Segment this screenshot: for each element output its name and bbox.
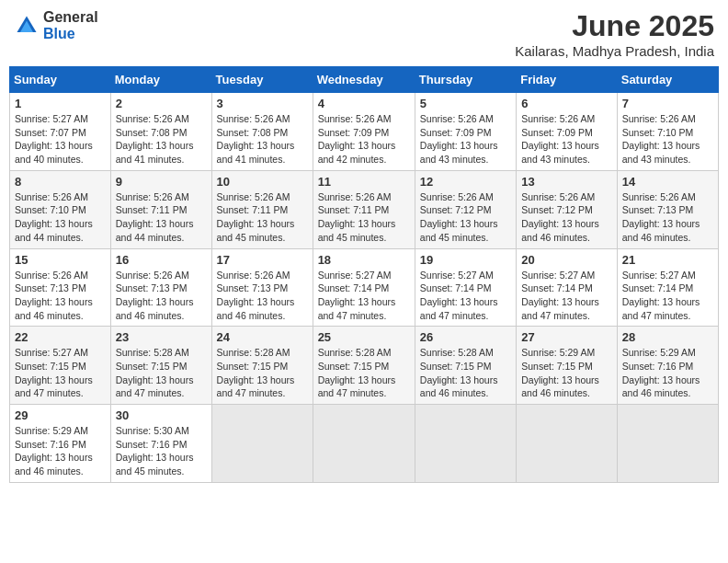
day-info: Sunrise: 5:26 AMSunset: 7:09 PMDaylight:… xyxy=(521,112,612,167)
day-info: Sunrise: 5:28 AMSunset: 7:15 PMDaylight:… xyxy=(318,346,410,400)
day-number: 20 xyxy=(521,253,612,267)
table-row: 18Sunrise: 5:27 AMSunset: 7:14 PMDayligh… xyxy=(313,248,415,327)
day-number: 3 xyxy=(217,97,308,110)
table-row: 22Sunrise: 5:27 AMSunset: 7:15 PMDayligh… xyxy=(10,327,111,405)
day-number: 12 xyxy=(420,175,511,189)
col-tuesday: Tuesday xyxy=(211,67,313,93)
table-row: 13Sunrise: 5:26 AMSunset: 7:12 PMDayligh… xyxy=(517,170,618,248)
table-row: 20Sunrise: 5:27 AMSunset: 7:14 PMDayligh… xyxy=(517,248,618,327)
day-number: 11 xyxy=(318,175,410,189)
title-area: June 2025 Kailaras, Madhya Pradesh, Indi… xyxy=(515,9,714,59)
table-row: 8Sunrise: 5:26 AMSunset: 7:10 PMDaylight… xyxy=(10,170,111,248)
day-info: Sunrise: 5:26 AMSunset: 7:09 PMDaylight:… xyxy=(420,112,511,167)
day-info: Sunrise: 5:28 AMSunset: 7:15 PMDaylight:… xyxy=(116,346,207,400)
table-row xyxy=(617,405,718,483)
logo-text: General Blue xyxy=(43,9,98,41)
day-number: 1 xyxy=(15,97,106,110)
table-row: 10Sunrise: 5:26 AMSunset: 7:11 PMDayligh… xyxy=(211,170,313,248)
day-info: Sunrise: 5:26 AMSunset: 7:08 PMDaylight:… xyxy=(116,112,207,167)
table-row: 19Sunrise: 5:27 AMSunset: 7:14 PMDayligh… xyxy=(415,248,516,327)
day-number: 29 xyxy=(15,408,106,422)
col-thursday: Thursday xyxy=(415,67,516,93)
day-number: 10 xyxy=(217,175,308,189)
col-wednesday: Wednesday xyxy=(313,67,415,93)
calendar-week-row: 1Sunrise: 5:27 AMSunset: 7:07 PMDaylight… xyxy=(10,93,719,171)
day-number: 6 xyxy=(521,97,612,110)
calendar-week-row: 15Sunrise: 5:26 AMSunset: 7:13 PMDayligh… xyxy=(10,248,719,327)
day-number: 25 xyxy=(318,330,410,344)
table-row: 6Sunrise: 5:26 AMSunset: 7:09 PMDaylight… xyxy=(517,93,618,171)
day-info: Sunrise: 5:29 AMSunset: 7:16 PMDaylight:… xyxy=(15,424,106,478)
table-row: 15Sunrise: 5:26 AMSunset: 7:13 PMDayligh… xyxy=(10,248,111,327)
col-sunday: Sunday xyxy=(10,67,111,93)
page-header: General Blue June 2025 Kailaras, Madhya … xyxy=(9,9,719,59)
day-info: Sunrise: 5:26 AMSunset: 7:09 PMDaylight:… xyxy=(318,112,410,167)
day-info: Sunrise: 5:29 AMSunset: 7:15 PMDaylight:… xyxy=(521,346,612,400)
logo-blue-text: Blue xyxy=(43,26,98,42)
day-info: Sunrise: 5:27 AMSunset: 7:14 PMDaylight:… xyxy=(318,269,410,323)
table-row: 2Sunrise: 5:26 AMSunset: 7:08 PMDaylight… xyxy=(110,93,211,171)
table-row: 3Sunrise: 5:26 AMSunset: 7:08 PMDaylight… xyxy=(211,93,313,171)
logo: General Blue xyxy=(14,9,98,41)
table-row: 9Sunrise: 5:26 AMSunset: 7:11 PMDaylight… xyxy=(110,170,211,248)
table-row: 28Sunrise: 5:29 AMSunset: 7:16 PMDayligh… xyxy=(617,327,718,405)
calendar-week-row: 29Sunrise: 5:29 AMSunset: 7:16 PMDayligh… xyxy=(10,405,719,483)
calendar-header-row: Sunday Monday Tuesday Wednesday Thursday… xyxy=(10,67,719,93)
day-info: Sunrise: 5:27 AMSunset: 7:07 PMDaylight:… xyxy=(15,112,106,167)
table-row: 23Sunrise: 5:28 AMSunset: 7:15 PMDayligh… xyxy=(110,327,211,405)
month-title: June 2025 xyxy=(515,9,714,43)
table-row: 27Sunrise: 5:29 AMSunset: 7:15 PMDayligh… xyxy=(517,327,618,405)
day-info: Sunrise: 5:30 AMSunset: 7:16 PMDaylight:… xyxy=(116,424,207,478)
day-number: 24 xyxy=(217,330,308,344)
day-number: 2 xyxy=(116,97,207,110)
calendar-week-row: 22Sunrise: 5:27 AMSunset: 7:15 PMDayligh… xyxy=(10,327,719,405)
day-info: Sunrise: 5:29 AMSunset: 7:16 PMDaylight:… xyxy=(622,346,713,400)
table-row xyxy=(517,405,618,483)
table-row: 16Sunrise: 5:26 AMSunset: 7:13 PMDayligh… xyxy=(110,248,211,327)
table-row: 1Sunrise: 5:27 AMSunset: 7:07 PMDaylight… xyxy=(10,93,111,171)
day-info: Sunrise: 5:27 AMSunset: 7:15 PMDaylight:… xyxy=(15,346,106,400)
table-row: 14Sunrise: 5:26 AMSunset: 7:13 PMDayligh… xyxy=(617,170,718,248)
day-info: Sunrise: 5:26 AMSunset: 7:10 PMDaylight:… xyxy=(622,112,713,167)
logo-icon xyxy=(14,13,40,39)
table-row xyxy=(415,405,516,483)
day-info: Sunrise: 5:26 AMSunset: 7:11 PMDaylight:… xyxy=(318,190,410,245)
day-info: Sunrise: 5:27 AMSunset: 7:14 PMDaylight:… xyxy=(420,269,511,323)
calendar-table: Sunday Monday Tuesday Wednesday Thursday… xyxy=(9,66,719,483)
table-row: 21Sunrise: 5:27 AMSunset: 7:14 PMDayligh… xyxy=(617,248,718,327)
table-row: 26Sunrise: 5:28 AMSunset: 7:15 PMDayligh… xyxy=(415,327,516,405)
day-number: 7 xyxy=(622,97,713,110)
day-info: Sunrise: 5:26 AMSunset: 7:13 PMDaylight:… xyxy=(217,269,308,323)
table-row xyxy=(313,405,415,483)
day-info: Sunrise: 5:27 AMSunset: 7:14 PMDaylight:… xyxy=(622,269,713,323)
day-info: Sunrise: 5:27 AMSunset: 7:14 PMDaylight:… xyxy=(521,269,612,323)
table-row: 30Sunrise: 5:30 AMSunset: 7:16 PMDayligh… xyxy=(110,405,211,483)
table-row: 24Sunrise: 5:28 AMSunset: 7:15 PMDayligh… xyxy=(211,327,313,405)
day-number: 16 xyxy=(116,253,207,267)
day-number: 18 xyxy=(318,253,410,267)
logo-general-text: General xyxy=(43,9,98,26)
day-info: Sunrise: 5:26 AMSunset: 7:13 PMDaylight:… xyxy=(622,190,713,245)
day-info: Sunrise: 5:28 AMSunset: 7:15 PMDaylight:… xyxy=(217,346,308,400)
day-info: Sunrise: 5:28 AMSunset: 7:15 PMDaylight:… xyxy=(420,346,511,400)
col-saturday: Saturday xyxy=(617,67,718,93)
day-number: 13 xyxy=(521,175,612,189)
day-info: Sunrise: 5:26 AMSunset: 7:13 PMDaylight:… xyxy=(116,269,207,323)
col-monday: Monday xyxy=(110,67,211,93)
day-info: Sunrise: 5:26 AMSunset: 7:10 PMDaylight:… xyxy=(15,190,106,245)
day-number: 8 xyxy=(15,175,106,189)
day-number: 22 xyxy=(15,330,106,344)
day-number: 5 xyxy=(420,97,511,110)
day-number: 17 xyxy=(217,253,308,267)
table-row: 7Sunrise: 5:26 AMSunset: 7:10 PMDaylight… xyxy=(617,93,718,171)
table-row xyxy=(211,405,313,483)
day-number: 28 xyxy=(622,330,713,344)
day-info: Sunrise: 5:26 AMSunset: 7:12 PMDaylight:… xyxy=(521,190,612,245)
col-friday: Friday xyxy=(517,67,618,93)
day-info: Sunrise: 5:26 AMSunset: 7:11 PMDaylight:… xyxy=(217,190,308,245)
day-info: Sunrise: 5:26 AMSunset: 7:11 PMDaylight:… xyxy=(116,190,207,245)
day-number: 23 xyxy=(116,330,207,344)
day-number: 26 xyxy=(420,330,511,344)
table-row: 4Sunrise: 5:26 AMSunset: 7:09 PMDaylight… xyxy=(313,93,415,171)
day-number: 19 xyxy=(420,253,511,267)
